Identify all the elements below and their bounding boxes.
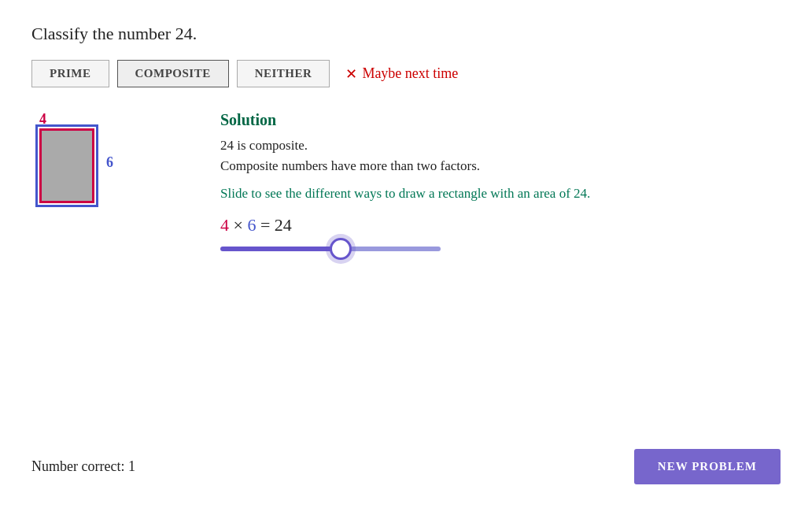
number-correct: Number correct: 1 [31, 458, 135, 475]
left-panel: 4 6 [31, 111, 189, 251]
eq-factor2: 6 [247, 215, 256, 235]
right-panel: Solution 24 is composite. Composite numb… [220, 111, 781, 251]
feedback-message: ✕ Maybe next time [345, 65, 458, 83]
width-label: 4 [39, 111, 46, 128]
rectangle-visual [39, 128, 94, 203]
solution-line1: 24 is composite. Composite numbers have … [220, 135, 781, 176]
new-problem-button[interactable]: NEW PROBLEM [634, 449, 781, 484]
composite-button[interactable]: COMPOSITE [117, 60, 229, 87]
equation: 4 × 6 = 24 [220, 215, 781, 235]
eq-multiply: × [234, 215, 248, 235]
rectangle-wrapper [39, 128, 189, 203]
main-area: 4 6 Solution 24 is composite. Composite … [31, 111, 781, 251]
slider-container [220, 247, 441, 251]
neither-button[interactable]: NEITHER [237, 60, 330, 87]
buttons-row: PRIME COMPOSITE NEITHER ✕ Maybe next tim… [31, 60, 781, 87]
solution-slide-text: Slide to see the different ways to draw … [220, 184, 781, 204]
x-icon: ✕ [345, 65, 357, 83]
solution-title: Solution [220, 111, 781, 129]
feedback-text: Maybe next time [362, 65, 458, 82]
page-container: Classify the number 24. PRIME COMPOSITE … [0, 0, 812, 508]
eq-factor1: 4 [220, 215, 229, 235]
eq-equals: = 24 [260, 215, 292, 235]
question-text: Classify the number 24. [31, 24, 781, 44]
height-label: 6 [106, 154, 113, 171]
prime-button[interactable]: PRIME [31, 60, 109, 87]
bottom-bar: Number correct: 1 NEW PROBLEM [31, 449, 781, 484]
factor-slider[interactable] [220, 247, 441, 251]
